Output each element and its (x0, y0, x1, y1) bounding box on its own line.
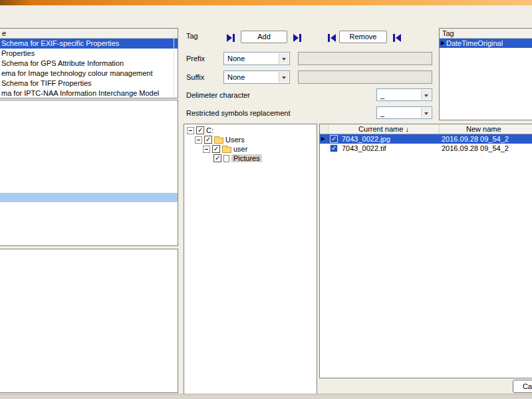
file-list-header: Current name ↓ New name (320, 124, 532, 134)
status-bar (0, 394, 532, 399)
selected-tags-list: Tag DateTimeOriginal (439, 28, 532, 120)
suffix-select[interactable]: None (223, 70, 290, 84)
schema-list: e Schema for EXIF-specific Properties Pr… (0, 28, 178, 98)
list-item[interactable]: Properties (0, 49, 178, 59)
prefix-label: Prefix (186, 55, 205, 63)
new-file-name: 2016.09.28 09_54_2 (440, 134, 532, 144)
cancel-button[interactable]: Cancel (513, 380, 532, 393)
tree-node-user[interactable]: user (184, 144, 317, 154)
skip-forward-icon-2[interactable] (293, 34, 302, 42)
row-indicator-icon (441, 41, 445, 45)
collapse-icon[interactable] (203, 146, 210, 153)
header-gutter (320, 124, 329, 134)
prefix-custom-input[interactable] (298, 52, 432, 65)
list-item[interactable]: Schema for EXIF-specific Properties (0, 39, 178, 49)
list-item[interactable]: DateTimeOriginal (440, 39, 532, 48)
prefix-select[interactable]: None (223, 52, 290, 65)
checkbox-checked[interactable] (330, 135, 338, 143)
folder-icon (214, 138, 223, 144)
file-rename-list: Current name ↓ New name 7043_0022.jpg 20… (319, 124, 532, 378)
prefix-selected-value: None (227, 53, 245, 65)
chevron-down-icon (421, 108, 431, 118)
collapse-icon[interactable] (195, 136, 202, 144)
schema-list-header[interactable]: e (0, 29, 178, 39)
row-indicator-icon (321, 137, 325, 141)
list-item[interactable]: ema for Image technology colour manageme… (0, 68, 178, 78)
chevron-down-icon (279, 72, 289, 82)
list-item[interactable]: Schema for TIFF Properties (0, 78, 178, 88)
checkbox-checked[interactable] (204, 136, 212, 144)
list-item[interactable]: ma for IPTC-NAA Information Interchange … (0, 88, 178, 98)
tree-node-label: C: (206, 126, 213, 134)
restricted-selected-value: _ (380, 108, 384, 119)
new-file-name: 2016.09.28 09_54_2 (440, 144, 532, 153)
current-file-name: 7043_0022.tif (342, 144, 386, 153)
suffix-selected-value: None (227, 72, 245, 83)
current-file-name: 7043_0022.jpg (342, 134, 390, 144)
tag-column-header[interactable]: Tag (440, 29, 532, 39)
tree-node-label: Users (225, 136, 245, 144)
table-row[interactable]: 7043_0022.tif 2016.09.28 09_54_2 (320, 144, 532, 153)
chevron-down-icon (421, 90, 431, 100)
restricted-symbols-select[interactable]: _ (376, 106, 432, 119)
row-gutter (320, 134, 329, 144)
current-name-column-header[interactable]: Current name ↓ (329, 124, 440, 134)
skip-backward-icon-2[interactable] (392, 34, 402, 42)
checkbox-checked[interactable] (213, 154, 221, 162)
sort-descending-icon: ↓ (405, 125, 409, 133)
current-name-label: Current name (358, 125, 403, 133)
values-list (0, 249, 178, 393)
suffix-label: Suffix (186, 73, 204, 81)
checkbox-checked[interactable] (212, 145, 220, 153)
restricted-symbols-label: Restricted symbols replacement (186, 109, 291, 117)
tag-name: DateTimeOriginal (446, 39, 503, 48)
folder-tree: C: Users user Pictures (184, 124, 317, 394)
table-row[interactable]: 7043_0022.jpg 2016.09.28 09_54_2 (320, 134, 532, 144)
delimiter-label: Delimeter character (186, 91, 250, 99)
add-button[interactable]: Add (241, 31, 287, 43)
skip-forward-icon-1[interactable] (226, 34, 235, 42)
new-name-column-header[interactable]: New name (440, 124, 532, 134)
checkbox-checked[interactable] (196, 126, 204, 134)
remove-button[interactable]: Remove (339, 31, 387, 43)
tree-node-users[interactable]: Users (184, 135, 317, 144)
selected-placeholder-row[interactable] (0, 193, 178, 202)
delimiter-selected-value: _ (380, 90, 384, 101)
document-icon (223, 155, 229, 162)
suffix-custom-input[interactable] (298, 70, 432, 84)
tag-label: Tag (186, 32, 198, 40)
column-divider (174, 29, 174, 98)
tree-node-pictures[interactable]: Pictures (184, 154, 317, 163)
skip-backward-icon-1[interactable] (327, 34, 336, 42)
tree-node-label: Pictures (231, 154, 262, 162)
folder-icon (222, 147, 231, 153)
list-item[interactable]: Schema for GPS Attribute Information (0, 59, 178, 68)
tree-node-label: user (233, 145, 247, 153)
tree-node-drive-c[interactable]: C: (184, 126, 317, 135)
properties-list (0, 100, 178, 246)
delimiter-select[interactable]: _ (376, 88, 432, 101)
collapse-icon[interactable] (187, 127, 194, 134)
chevron-down-icon (279, 53, 289, 64)
checkbox-checked[interactable] (330, 144, 338, 152)
row-gutter (320, 144, 329, 153)
titlebar (0, 0, 532, 5)
